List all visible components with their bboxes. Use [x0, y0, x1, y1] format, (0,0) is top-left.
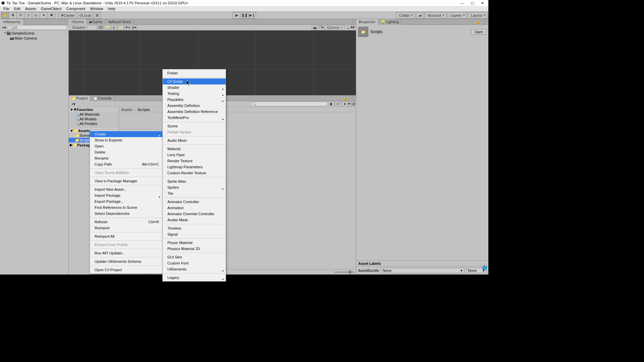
menu-item[interactable]: Testing	[163, 90, 226, 97]
menu-item[interactable]: Scene	[163, 123, 226, 129]
hierarchy-scene-row[interactable]: ▼ 🎬 SampleScene ⋮	[0, 31, 68, 36]
scene-options-icon[interactable]: ⋮	[350, 20, 356, 24]
menu-item[interactable]: TextMeshPro	[163, 115, 226, 121]
grid-size-slider[interactable]	[334, 272, 355, 273]
menu-item[interactable]: Audio Mixer	[163, 137, 226, 143]
scene-hidden-toggle[interactable]: 👁0	[124, 25, 130, 30]
menu-item[interactable]: C# Script	[163, 78, 226, 84]
rotate-tool-button[interactable]: ⟳	[16, 12, 24, 19]
collab-dropdown[interactable]: Collab	[396, 12, 415, 19]
fav-all-prefabs[interactable]: 🔍 All Prefabs	[69, 121, 119, 126]
inspector-lock-icon[interactable]: 🔓	[475, 20, 482, 24]
project-search-input[interactable]: 🔍	[251, 102, 328, 106]
menu-item[interactable]: Material	[163, 146, 226, 152]
menu-item[interactable]: UIElements	[163, 266, 226, 272]
scene-grid-toggle[interactable]: ⊞▾	[131, 25, 137, 30]
menu-item[interactable]: Lens Flare	[163, 152, 226, 158]
menu-item[interactable]: Legacy	[163, 275, 226, 281]
tab-asset-store[interactable]: 🛍 Asset Store	[105, 19, 134, 25]
pause-button[interactable]: ❚❚	[240, 12, 249, 19]
pivot-center-toggle[interactable]: ⊕ Center	[58, 12, 77, 19]
hierarchy-search-input[interactable]: 🔍 All	[8, 25, 67, 30]
hierarchy-options-icon[interactable]: ⋮	[62, 20, 69, 24]
menu-item[interactable]: Reimport All	[90, 233, 162, 239]
scene-2d-toggle[interactable]: 2D	[98, 25, 104, 30]
window-maximize-button[interactable]: ▢	[467, 0, 477, 6]
asset-bundle-dropdown[interactable]: None▾	[381, 268, 464, 273]
tab-game[interactable]: ▶ Game	[87, 19, 105, 25]
fav-all-models[interactable]: 🔍 All Models	[69, 117, 119, 121]
menu-item[interactable]: Import New Asset...	[90, 186, 162, 192]
search-favorites-button[interactable]: ★	[342, 102, 348, 106]
step-button[interactable]: ▶❙	[248, 12, 256, 19]
menu-component[interactable]: Component	[64, 7, 88, 11]
tab-inspector[interactable]: ℹ Inspector	[356, 19, 378, 25]
menu-item[interactable]: Delete	[90, 149, 162, 155]
menu-item[interactable]: Lightmap Parameters	[163, 164, 226, 170]
menu-item[interactable]: Tile	[163, 190, 226, 196]
tab-project[interactable]: 📁 Project	[69, 96, 91, 101]
menu-file[interactable]: File	[1, 7, 12, 11]
menu-item[interactable]: Reimport	[90, 225, 162, 231]
search-by-label-button[interactable]: 🏷	[335, 102, 341, 106]
account-dropdown[interactable]: Account	[425, 12, 446, 19]
layout-dropdown[interactable]: Layout	[468, 12, 487, 19]
menu-item[interactable]: GUI Skin	[163, 254, 226, 260]
pivot-local-toggle[interactable]: ⊙ Local	[77, 12, 93, 19]
menu-item[interactable]: Folder	[163, 70, 226, 76]
menu-item[interactable]: Sprites	[163, 184, 226, 190]
menu-item[interactable]: Physic Material	[163, 240, 226, 246]
menu-item[interactable]: Playables	[163, 97, 226, 103]
menu-window[interactable]: Window	[88, 7, 105, 11]
scene-options-icon[interactable]: ⋮	[63, 31, 68, 35]
tab-scene[interactable]: # Scene	[69, 19, 87, 25]
window-close-button[interactable]: ✕	[477, 0, 487, 6]
menu-item[interactable]: Timeline	[163, 225, 226, 231]
cloud-button[interactable]: ☁	[416, 12, 424, 19]
grid-snap-button[interactable]: ⊞	[93, 12, 101, 19]
gizmos-dropdown[interactable]: Gizmos	[325, 25, 344, 30]
inspector-open-button[interactable]: Open	[471, 29, 486, 35]
menu-item[interactable]: Open	[90, 143, 162, 149]
custom-tool-button[interactable]: ✖	[47, 12, 55, 19]
menu-item[interactable]: Find References In Scene	[90, 204, 162, 210]
scene-search-input[interactable]: 🔍 All	[345, 25, 355, 30]
menu-gameobject[interactable]: GameObject	[39, 7, 64, 11]
menu-item[interactable]: Export Package...	[90, 198, 162, 204]
scene-gizmo-options[interactable]: ❐▾	[318, 25, 324, 30]
tab-lighting[interactable]: 💡 Lighting	[378, 19, 402, 25]
project-breadcrumb[interactable]: Assets Scripts	[119, 107, 356, 112]
menu-item[interactable]: Update UIElements Schema	[90, 258, 162, 264]
menu-item[interactable]: Render Texture	[163, 158, 226, 164]
menu-item[interactable]: Animator Override Controller	[163, 211, 226, 217]
rect-tool-button[interactable]: ▭	[32, 12, 40, 19]
hand-tool-button[interactable]: ✋	[1, 12, 9, 19]
hidden-packages-button[interactable]: 👁10	[348, 102, 355, 106]
project-options-icon[interactable]: ⋮	[350, 96, 356, 101]
menu-item[interactable]: Show in Explorer	[90, 137, 162, 143]
context-menu-assets[interactable]: CreateShow in ExplorerOpenDeleteRenameCo…	[90, 130, 163, 274]
context-menu-create[interactable]: FolderC# ScriptShaderTestingPlayablesAss…	[162, 69, 226, 282]
menu-item[interactable]: Assembly Definition Reference	[163, 109, 226, 115]
menu-item[interactable]: Assembly Definition	[163, 103, 226, 109]
menu-item[interactable]: Custom Render Texture	[163, 170, 226, 176]
scene-camera-button[interactable]: 📷	[312, 25, 318, 30]
menu-edit[interactable]: Edit	[12, 7, 23, 11]
menu-item[interactable]: Animation	[163, 205, 226, 211]
menu-item[interactable]: RefreshCtrl+R	[90, 219, 162, 225]
menu-item[interactable]: Signal	[163, 231, 226, 237]
menu-item[interactable]: Copy PathAlt+Ctrl+C	[90, 161, 162, 167]
hierarchy-item-main-camera[interactable]: 📷 Main Camera	[0, 36, 68, 41]
menu-item[interactable]: Rename	[90, 155, 162, 161]
search-by-type-button[interactable]: ◧	[328, 102, 334, 106]
breadcrumb-item[interactable]: Scripts	[138, 108, 150, 112]
inspector-options-icon[interactable]: ⋮	[482, 20, 488, 24]
tab-console[interactable]: 📋 Console	[91, 96, 114, 101]
window-minimize-button[interactable]: ―	[457, 0, 467, 6]
menu-item[interactable]: View in Package Manager	[90, 178, 162, 184]
menu-item[interactable]: Sprite Atlas	[163, 178, 226, 184]
menu-item[interactable]: Shader	[163, 84, 226, 90]
asset-label-add-icon[interactable]	[482, 265, 487, 270]
menu-item[interactable]: Open C# Project	[90, 267, 162, 273]
menu-item[interactable]: Create	[90, 131, 162, 137]
